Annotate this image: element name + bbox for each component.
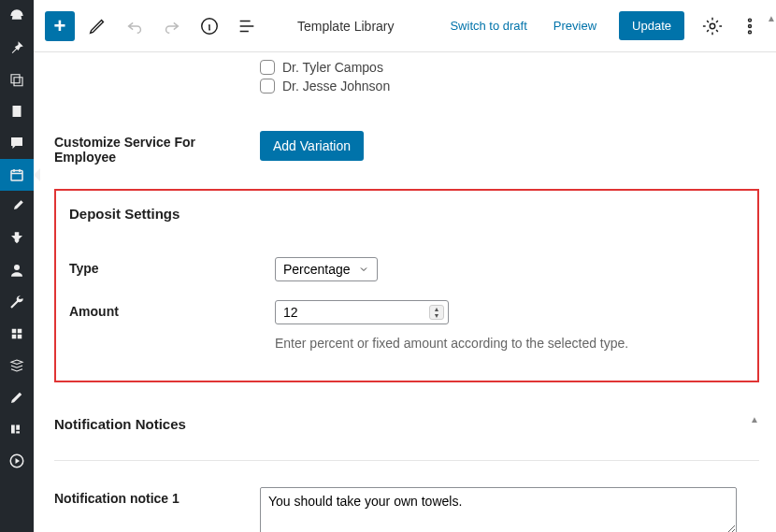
- svg-point-12: [710, 23, 715, 29]
- collapse-icon[interactable]: ▲: [750, 414, 759, 424]
- amount-input[interactable]: [283, 305, 424, 320]
- amount-label: Amount: [69, 300, 275, 319]
- document-title: Template Library: [297, 19, 395, 34]
- svg-rect-5: [12, 335, 17, 339]
- sidebar-item-tools[interactable]: [0, 286, 34, 318]
- edit-icon[interactable]: [82, 11, 112, 41]
- sidebar-item-settings[interactable]: [0, 318, 34, 350]
- update-button[interactable]: Update: [619, 11, 684, 40]
- sidebar-item-pages[interactable]: [0, 95, 34, 127]
- notice1-row: Notification notice 1: [54, 478, 759, 532]
- svg-point-15: [749, 30, 752, 33]
- employee-option-2[interactable]: Dr. Jesse Johnson: [260, 77, 759, 95]
- svg-point-13: [749, 19, 752, 22]
- svg-rect-0: [13, 106, 22, 117]
- chevron-down-icon: [358, 264, 369, 275]
- type-row: Type Percentage: [69, 248, 744, 291]
- type-label: Type: [69, 257, 275, 276]
- svg-rect-9: [16, 431, 20, 433]
- svg-rect-3: [12, 329, 17, 334]
- employee-label-1: Dr. Tyler Campos: [282, 60, 383, 75]
- employee-option-1[interactable]: Dr. Tyler Campos: [260, 58, 759, 77]
- sidebar-item-brush[interactable]: [0, 191, 34, 223]
- add-variation-button[interactable]: Add Variation: [260, 131, 364, 161]
- notification-section: Notification Notices ▲ Notification noti…: [54, 401, 759, 532]
- deposit-title: Deposit Settings: [69, 206, 744, 248]
- svg-rect-8: [16, 425, 20, 430]
- customize-row: Customize Service For Employee Add Varia…: [54, 125, 759, 170]
- amount-hint: Enter percent or fixed amount according …: [275, 336, 744, 351]
- number-spinner[interactable]: ▲▼: [429, 305, 444, 320]
- sidebar-item-comments[interactable]: [0, 127, 34, 159]
- outline-icon[interactable]: [232, 11, 262, 41]
- sidebar-item-calendar[interactable]: [0, 159, 34, 191]
- svg-rect-7: [11, 425, 15, 434]
- editor-toolbar: + Template Library Switch to draft Previ…: [34, 0, 776, 52]
- svg-point-2: [14, 265, 20, 270]
- sidebar-item-pin[interactable]: [0, 32, 34, 64]
- preview-link[interactable]: Preview: [544, 19, 606, 33]
- employee-checkbox-1[interactable]: [260, 60, 275, 75]
- type-select[interactable]: Percentage: [275, 257, 378, 281]
- sidebar-item-widgets[interactable]: [0, 413, 34, 445]
- switch-draft-link[interactable]: Switch to draft: [440, 19, 536, 33]
- admin-sidebar: [0, 0, 34, 532]
- svg-rect-1: [11, 171, 22, 181]
- amount-row: Amount ▲▼ Enter percent or fixed amount …: [69, 291, 744, 360]
- main-area: + Template Library Switch to draft Previ…: [34, 0, 776, 532]
- type-value: Percentage: [283, 262, 351, 277]
- employee-label-2: Dr. Jesse Johnson: [282, 79, 390, 93]
- more-icon[interactable]: [735, 11, 765, 41]
- customize-label: Customize Service For Employee: [54, 131, 260, 165]
- sidebar-item-play[interactable]: [0, 445, 34, 477]
- sidebar-item-dashboard[interactable]: [0, 0, 34, 32]
- notice1-textarea[interactable]: [260, 487, 737, 532]
- svg-point-14: [749, 24, 752, 27]
- notice1-label: Notification notice 1: [54, 487, 260, 506]
- sidebar-item-edit[interactable]: [0, 381, 34, 413]
- gear-icon[interactable]: [697, 11, 727, 41]
- amount-input-wrap: ▲▼: [275, 300, 449, 324]
- info-icon[interactable]: [194, 11, 224, 41]
- employee-checkbox-2[interactable]: [260, 79, 275, 93]
- svg-rect-6: [18, 335, 22, 339]
- sidebar-item-stack[interactable]: [0, 350, 34, 381]
- svg-rect-4: [18, 329, 22, 334]
- deposit-settings-section: Deposit Settings ▲ Type Percentage Amoun…: [54, 189, 759, 382]
- sidebar-item-users[interactable]: [0, 254, 34, 286]
- employees-row: Dr. Tyler Campos Dr. Jesse Johnson: [54, 52, 759, 101]
- undo-icon[interactable]: [120, 11, 150, 41]
- sidebar-item-plugins[interactable]: [0, 223, 34, 254]
- add-block-button[interactable]: +: [45, 11, 75, 41]
- sidebar-item-media[interactable]: [0, 64, 34, 95]
- notification-title: Notification Notices: [54, 416, 759, 449]
- redo-icon[interactable]: [157, 11, 187, 41]
- content-scroll[interactable]: Dr. Tyler Campos Dr. Jesse Johnson Custo…: [34, 52, 776, 532]
